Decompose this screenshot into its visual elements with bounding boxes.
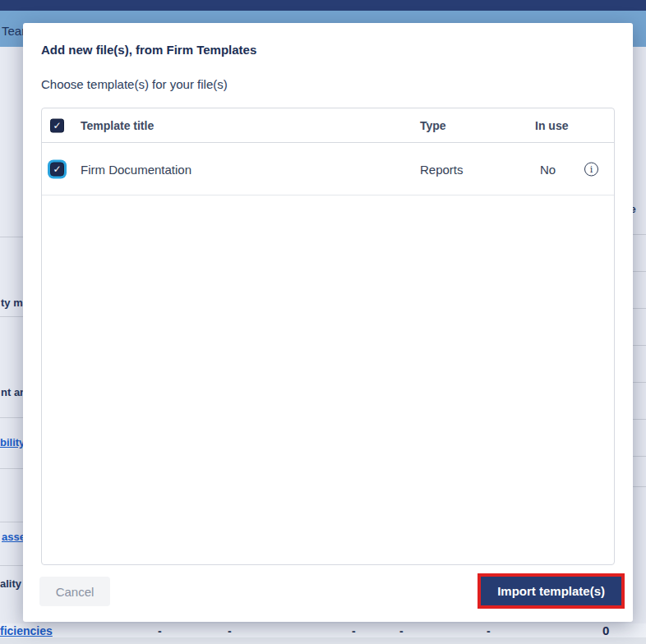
info-icon[interactable]: i (584, 162, 598, 176)
divider (633, 308, 646, 309)
bg-table-summary-row (0, 623, 646, 637)
checkbox-checked-icon[interactable]: ✓ (50, 118, 64, 132)
divider (633, 456, 646, 457)
app-screen: Team ty ma nt an bility asse ality Re fi… (0, 0, 646, 644)
summary-value: - (158, 624, 162, 637)
template-list-header: ✓ Template title Type In use (42, 108, 614, 143)
select-all-checkbox[interactable]: ✓ (50, 118, 64, 132)
divider (0, 417, 23, 418)
column-header-in-use: In use (535, 119, 568, 132)
divider (633, 486, 646, 487)
bg-link-fragment[interactable]: bility (0, 436, 25, 448)
divider (633, 419, 646, 420)
import-templates-dialog: Add new file(s), from Firm Templates Cho… (23, 23, 633, 622)
divider (633, 382, 646, 383)
template-title-cell: Firm Documentation (81, 162, 191, 176)
bg-bottom-band (0, 637, 646, 644)
divider (633, 271, 646, 272)
cancel-button[interactable]: Cancel (39, 577, 110, 606)
checkbox-checked-icon[interactable]: ✓ (50, 162, 64, 176)
divider (0, 522, 23, 522)
dialog-subtitle: Choose template(s) for your file(s) (41, 77, 228, 91)
top-navy-bar (0, 0, 646, 11)
summary-total: 0 (602, 623, 609, 637)
bg-text-fragment: ality (0, 577, 21, 590)
divider (0, 316, 23, 317)
summary-value: - (399, 624, 404, 637)
deficiencies-link[interactable]: ficiencies (0, 624, 53, 637)
divider (0, 237, 23, 237)
summary-value: - (228, 624, 232, 637)
divider (633, 234, 646, 235)
row-info-slot: i (584, 162, 598, 176)
template-list: ✓ Template title Type In use ✓ Firm Docu… (41, 108, 615, 565)
template-row-firm-documentation[interactable]: ✓ Firm Documentation Reports No i (42, 143, 614, 196)
column-header-type: Type (420, 119, 446, 132)
template-type-cell: Reports (420, 162, 464, 176)
divider (633, 345, 646, 346)
dialog-title: Add new file(s), from Firm Templates (41, 43, 256, 57)
import-button-highlight: Import template(s) (478, 573, 625, 609)
divider (0, 565, 23, 566)
import-templates-button[interactable]: Import template(s) (481, 577, 621, 605)
column-header-template-title: Template title (81, 119, 154, 132)
summary-value: - (487, 624, 491, 637)
row-checkbox[interactable]: ✓ (50, 162, 64, 176)
divider (0, 468, 23, 469)
summary-value: - (352, 624, 356, 637)
template-in-use-cell: No (540, 162, 556, 176)
bg-link-fragment[interactable]: asse (2, 531, 25, 543)
